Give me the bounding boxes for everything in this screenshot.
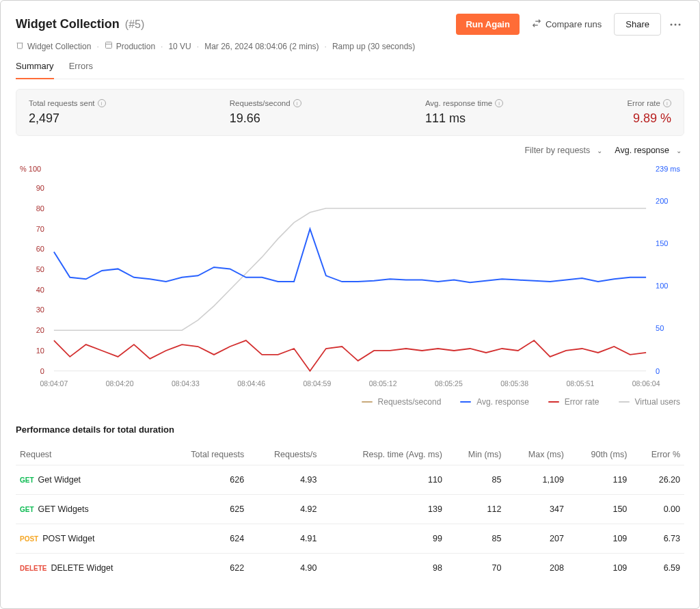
stat-total-value: 2,497: [29, 111, 106, 126]
more-menu-button[interactable]: [667, 16, 684, 33]
legend-rps[interactable]: Requests/second: [362, 397, 442, 407]
meta-collection-label: Widget Collection: [27, 42, 91, 51]
run-meta: Widget Collection · Production · 10 VU ·…: [16, 41, 684, 51]
col-header[interactable]: Requests/s: [248, 444, 321, 465]
metric-label: Avg. response: [615, 146, 669, 155]
info-icon[interactable]: i: [495, 99, 503, 107]
run-number: (#5): [125, 18, 144, 31]
legend-err[interactable]: Error rate: [548, 397, 600, 407]
tab-errors[interactable]: Errors: [69, 61, 93, 79]
compare-icon: [532, 18, 541, 30]
svg-point-1: [675, 23, 677, 25]
svg-text:50: 50: [36, 265, 44, 273]
request-name: Get Widget: [38, 475, 81, 485]
method-badge: DELETE: [20, 565, 46, 572]
table-row[interactable]: GETGET Widgets 6254.921391123471500.00: [16, 495, 684, 524]
svg-text:50: 50: [656, 324, 664, 332]
perf-table: RequestTotal requestsRequests/sResp. tim…: [16, 444, 684, 582]
table-row[interactable]: POSTPOST Widget 6244.9199852071096.73: [16, 524, 684, 554]
col-header[interactable]: Resp. time (Avg. ms): [321, 444, 446, 465]
method-badge: POST: [20, 535, 38, 543]
stat-avg-value: 111 ms: [425, 111, 503, 126]
legend-vu[interactable]: Virtual users: [619, 397, 680, 407]
svg-text:08:04:20: 08:04:20: [106, 380, 134, 388]
svg-text:150: 150: [656, 239, 668, 247]
chevron-down-icon: ⌄: [676, 147, 682, 154]
run-again-button[interactable]: Run Again: [456, 14, 520, 35]
svg-text:08:04:59: 08:04:59: [303, 380, 331, 388]
environment-icon: [105, 41, 113, 51]
collection-icon: [16, 41, 24, 51]
performance-chart: % 100239 ms90807060504030201002001501005…: [16, 159, 684, 392]
method-badge: GET: [20, 506, 34, 513]
stat-err-label: Error rate: [627, 99, 660, 107]
svg-point-2: [679, 23, 681, 25]
stat-total-requests: Total requests senti 2,497: [29, 99, 106, 126]
share-button[interactable]: Share: [614, 13, 661, 36]
request-name: GET Widgets: [38, 504, 89, 514]
svg-text:08:04:33: 08:04:33: [172, 380, 200, 388]
stat-avg-response: Avg. response timei 111 ms: [425, 99, 503, 126]
compare-runs-label: Compare runs: [546, 19, 602, 29]
page-title: Widget Collection: [16, 17, 120, 31]
svg-text:40: 40: [36, 286, 44, 294]
stat-avg-label: Avg. response time: [425, 99, 492, 107]
svg-point-0: [671, 23, 673, 25]
info-icon[interactable]: i: [293, 99, 301, 107]
svg-text:08:05:25: 08:05:25: [435, 380, 463, 388]
svg-text:08:05:51: 08:05:51: [566, 380, 594, 388]
col-header[interactable]: Error %: [631, 444, 684, 465]
svg-text:100: 100: [656, 282, 668, 290]
stat-rps-value: 19.66: [230, 111, 301, 126]
svg-text:08:05:38: 08:05:38: [500, 380, 528, 388]
svg-text:200: 200: [656, 197, 668, 205]
chart-toolbar: Filter by requests ⌄ Avg. response ⌄: [16, 146, 682, 155]
svg-text:60: 60: [36, 245, 44, 253]
col-header[interactable]: Request: [16, 444, 161, 465]
meta-collection: Widget Collection: [16, 41, 91, 51]
table-row[interactable]: GETGet Widget 6264.93110851,10911926.20: [16, 465, 684, 495]
info-icon[interactable]: i: [98, 99, 106, 107]
svg-text:70: 70: [36, 225, 44, 233]
col-header[interactable]: 90th (ms): [568, 444, 631, 465]
method-badge: GET: [20, 476, 34, 484]
stat-error-rate: Error ratei 9.89 %: [627, 99, 671, 126]
meta-env-label: Production: [116, 42, 155, 51]
svg-text:20: 20: [36, 326, 44, 334]
col-header[interactable]: Min (ms): [446, 444, 506, 465]
filter-by-requests-dropdown[interactable]: Filter by requests ⌄: [524, 146, 602, 155]
meta-ramp: Ramp up (30 seconds): [332, 42, 415, 51]
svg-rect-3: [105, 42, 111, 49]
svg-text:239 ms: 239 ms: [656, 165, 680, 173]
tabs: Summary Errors: [16, 61, 684, 79]
svg-text:08:06:04: 08:06:04: [632, 380, 660, 388]
stat-err-value: 9.89 %: [627, 111, 671, 126]
meta-timestamp: Mar 26, 2024 08:04:06 (2 mins): [204, 42, 319, 51]
svg-text:10: 10: [36, 347, 44, 355]
meta-vu: 10 VU: [168, 42, 191, 51]
col-header[interactable]: Max (ms): [505, 444, 567, 465]
stat-requests-second: Requests/secondi 19.66: [230, 99, 301, 126]
svg-text:90: 90: [36, 184, 44, 192]
stat-total-label: Total requests sent: [29, 99, 95, 107]
tab-summary[interactable]: Summary: [16, 61, 54, 79]
table-row[interactable]: DELETEDELETE Widget 6224.9098702081096.5…: [16, 554, 684, 583]
stats-card: Total requests senti 2,497 Requests/seco…: [16, 89, 684, 136]
svg-text:0: 0: [656, 367, 660, 375]
filter-label: Filter by requests: [524, 146, 590, 155]
svg-text:% 100: % 100: [20, 165, 41, 173]
svg-text:30: 30: [36, 306, 44, 314]
info-icon[interactable]: i: [663, 99, 671, 107]
chevron-down-icon: ⌄: [597, 147, 602, 154]
legend-avg[interactable]: Avg. response: [460, 397, 529, 407]
request-name: DELETE Widget: [51, 563, 113, 573]
col-header[interactable]: Total requests: [161, 444, 248, 465]
svg-text:0: 0: [40, 367, 44, 375]
compare-runs-button[interactable]: Compare runs: [525, 13, 608, 36]
metric-dropdown[interactable]: Avg. response ⌄: [615, 146, 682, 155]
request-name: POST Widget: [42, 534, 94, 543]
page-header: Widget Collection (#5) Run Again Compare…: [16, 13, 684, 36]
svg-text:80: 80: [36, 204, 44, 213]
chart-legend: Requests/second Avg. response Error rate…: [16, 397, 684, 407]
meta-environment: Production: [105, 41, 155, 51]
